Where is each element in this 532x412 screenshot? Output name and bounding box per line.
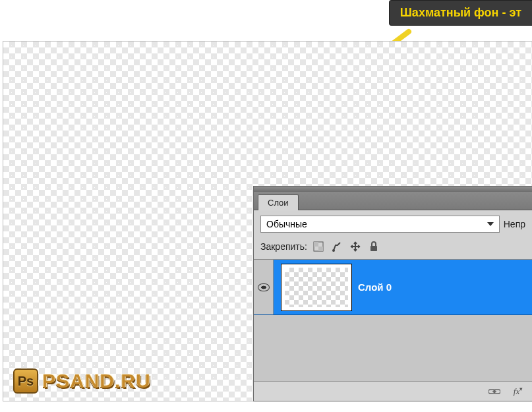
layer-row[interactable]: Слой 0 [254,260,532,315]
blend-mode-select[interactable]: Обычные [260,216,500,233]
watermark-text: PSAND.RU [42,370,151,392]
lock-transparency-icon[interactable] [312,241,324,252]
layer-thumbnail[interactable] [281,264,351,310]
lock-position-icon[interactable] [349,241,361,252]
svg-rect-4 [314,242,318,247]
visibility-toggle[interactable] [254,260,274,314]
checkerboard-icon [285,268,348,307]
annotation-callout: Шахматный фон - эт [389,0,532,26]
lock-icons [312,241,380,252]
layers-list: Слой 0 [254,259,532,381]
layer-name-label[interactable]: Слой 0 [358,281,392,293]
blend-row: Обычные Непр [254,210,532,238]
svg-rect-5 [318,247,323,251]
layers-panel: Слои Обычные Непр Закрепить: [253,186,532,401]
ps-badge-text: Ps [18,374,34,389]
eye-icon [258,283,270,291]
lock-row: Закрепить: [254,238,532,259]
svg-rect-7 [370,246,377,251]
blend-mode-value: Обычные [266,219,307,229]
panel-footer: fx▾ [254,381,532,401]
annotation-text: Шахматный фон - эт [400,6,521,19]
fx-label: fx [514,386,519,397]
layer-effects-button[interactable]: fx▾ [512,386,524,397]
panel-tabstrip: Слои [254,192,532,210]
opacity-label: Непр [504,219,525,229]
tab-layers-label: Слои [268,198,289,208]
ps-badge-icon: Ps [13,368,38,394]
chevron-down-icon [487,222,494,226]
panel-grip[interactable] [254,187,532,192]
link-layers-icon[interactable] [488,386,500,397]
lock-pixels-icon[interactable] [331,241,343,252]
tab-layers[interactable]: Слои [258,194,299,210]
svg-point-6 [332,249,335,252]
fx-dropdown-caret: ▾ [519,386,523,392]
lock-all-icon[interactable] [368,241,380,252]
lock-label: Закрепить: [260,241,307,252]
watermark-logo: Ps PSAND.RU [13,368,151,394]
